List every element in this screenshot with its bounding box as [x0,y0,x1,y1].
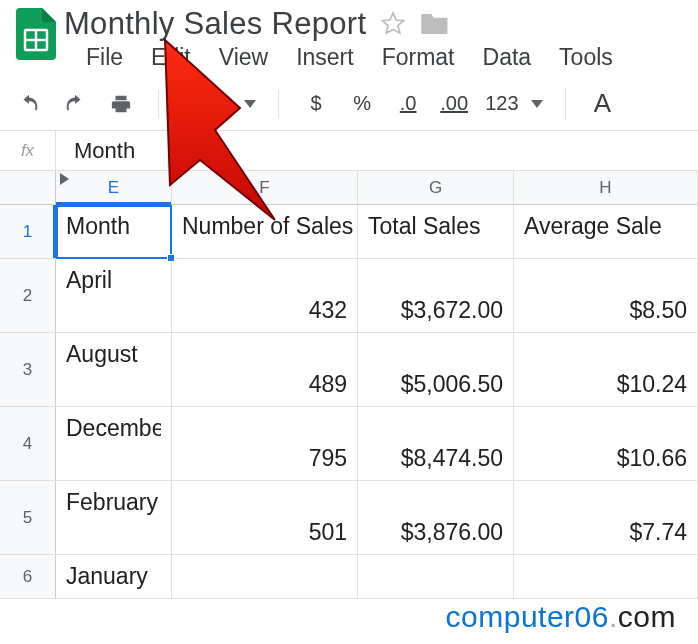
menu-edit[interactable]: Edit [151,44,191,71]
formula-bar: fx Month [0,131,698,171]
cell-f2[interactable]: 432 [172,259,358,332]
cell-h5[interactable]: $7.74 [514,481,698,554]
sheets-logo-icon [8,6,64,62]
fx-label: fx [0,131,56,170]
document-title[interactable]: Monthly Sales Report [64,6,366,42]
format-percent-button[interactable]: % [347,89,377,119]
menu-insert[interactable]: Insert [296,44,354,71]
formula-input[interactable]: Month [56,138,135,164]
row-header-5[interactable]: 5 [0,481,56,554]
cell-g6[interactable] [358,555,514,598]
table-row: 5 February 501 $3,876.00 $7.74 [0,481,698,555]
spreadsheet-grid[interactable]: E F G H 1 Month Number of Sales Total Sa… [0,171,698,599]
cell-g3[interactable]: $5,006.50 [358,333,514,406]
zoom-value: 100% [181,92,232,115]
cell-g4[interactable]: $8,474.50 [358,407,514,480]
number-format-dropdown[interactable]: 123 [485,92,542,115]
chevron-down-icon [244,100,256,108]
cell-f1[interactable]: Number of Sales [172,205,358,258]
cell-f4[interactable]: 795 [172,407,358,480]
undo-button[interactable] [14,89,44,119]
watermark: computer06.com [446,600,676,634]
row-header-1[interactable]: 1 [0,205,56,258]
col-header-h[interactable]: H [514,171,698,205]
cell-e1[interactable]: Month [56,205,172,258]
column-pointer-icon [60,173,69,185]
cell-e6[interactable]: January [56,555,172,598]
increase-decimal-button[interactable]: .00 [439,89,469,119]
folder-icon[interactable] [420,11,450,37]
cell-e3[interactable]: August [56,333,172,406]
cell-h6[interactable] [514,555,698,598]
table-row: 1 Month Number of Sales Total Sales Aver… [0,205,698,259]
separator [278,89,279,119]
cell-e5[interactable]: February [56,481,172,554]
cell-g2[interactable]: $3,672.00 [358,259,514,332]
menu-view[interactable]: View [219,44,268,71]
menu-data[interactable]: Data [483,44,532,71]
select-all-corner[interactable] [0,171,56,205]
cell-h1[interactable]: Average Sale [514,205,698,258]
menu-bar: File Edit View Insert Format Data Tools [64,42,613,77]
cell-g1[interactable]: Total Sales [358,205,514,258]
menu-tools[interactable]: Tools [559,44,613,71]
col-header-f[interactable]: F [172,171,358,205]
menu-file[interactable]: File [86,44,123,71]
table-row: 4 December 795 $8,474.50 $10.66 [0,407,698,481]
number-format-label: 123 [485,92,518,115]
cell-g5[interactable]: $3,876.00 [358,481,514,554]
col-header-label: E [108,178,119,198]
col-header-e[interactable]: E [56,171,172,205]
table-row: 2 April 432 $3,672.00 $8.50 [0,259,698,333]
cell-h2[interactable]: $8.50 [514,259,698,332]
font-button[interactable]: A [588,89,618,119]
watermark-text: computer06 [446,600,609,633]
app-header: Monthly Sales Report File Edit View Inse… [0,0,698,77]
row-header-2[interactable]: 2 [0,259,56,332]
decrease-decimal-button[interactable]: .0 [393,89,423,119]
cell-e2[interactable]: April [56,259,172,332]
separator [565,89,566,119]
column-headers: E F G H [0,171,698,205]
cell-h4[interactable]: $10.66 [514,407,698,480]
redo-button[interactable] [60,89,90,119]
toolbar: 100% $ % .0 .00 123 A [0,77,698,131]
cell-f3[interactable]: 489 [172,333,358,406]
cell-f6[interactable] [172,555,358,598]
chevron-down-icon [531,100,543,108]
zoom-dropdown[interactable]: 100% [181,92,256,115]
cell-h3[interactable]: $10.24 [514,333,698,406]
format-currency-button[interactable]: $ [301,89,331,119]
table-row: 6 January [0,555,698,599]
table-row: 3 August 489 $5,006.50 $10.24 [0,333,698,407]
row-header-6[interactable]: 6 [0,555,56,598]
separator [158,89,159,119]
row-header-4[interactable]: 4 [0,407,56,480]
print-button[interactable] [106,89,136,119]
row-header-3[interactable]: 3 [0,333,56,406]
cell-e4[interactable]: December [56,407,172,480]
col-header-g[interactable]: G [358,171,514,205]
cell-f5[interactable]: 501 [172,481,358,554]
menu-format[interactable]: Format [382,44,455,71]
star-icon[interactable] [380,11,406,37]
